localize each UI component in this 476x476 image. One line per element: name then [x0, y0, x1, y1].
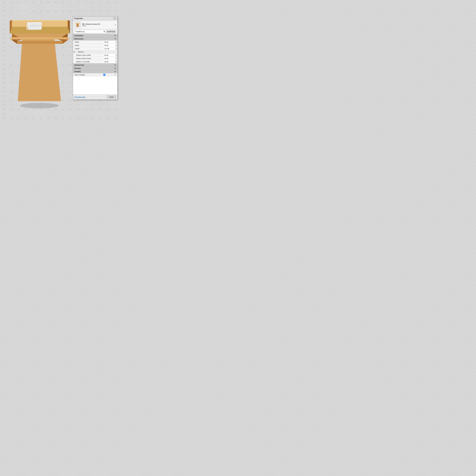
prop-row-platform-top-width: Platform Top Width 20.00 ⋮ — [73, 60, 117, 63]
lectern-area — [3, 12, 76, 110]
prop-label-platform-base-width: Platform Base Width — [73, 54, 103, 56]
svg-marker-4 — [18, 39, 61, 101]
object-info: RD_Church Lectern 03 Wood — [82, 23, 114, 27]
category-row: Furniture (1) ⊞ Edit Type — [73, 29, 117, 34]
book-visibility-checkbox-cell — [102, 74, 114, 76]
edit-type-icon: ⊞ — [107, 31, 108, 33]
prop-btn-height[interactable]: ⋮ — [115, 48, 117, 49]
platform-group-row[interactable]: ▶ Platform — [73, 50, 117, 53]
section-phasing[interactable]: Phasing ≫ — [73, 67, 117, 70]
object-name: RD_Church Lectern 03 — [82, 23, 114, 25]
platform-group-label: Platform — [76, 51, 117, 53]
category-select[interactable]: Furniture (1) — [74, 30, 106, 33]
prop-value-height[interactable]: 122.00 — [103, 47, 115, 50]
edit-type-button[interactable]: ⊞ Edit Type — [106, 30, 116, 33]
book-visibility-checkbox[interactable] — [103, 74, 105, 76]
properties-help-link[interactable]: Properties help — [74, 96, 85, 98]
prop-row-platform-base-depth: Platform Base Depth 40.00 ⋮ — [73, 57, 117, 60]
prop-value-depth[interactable]: 38.00 — [103, 44, 115, 47]
section-identity-data[interactable]: Identity Data ≫ — [73, 63, 117, 67]
prop-value-platform-base-width[interactable]: 40.00 — [103, 54, 115, 56]
prop-btn-platform-base-width[interactable]: ⋮ — [115, 54, 117, 56]
prop-value-platform-top-width[interactable]: 20.00 — [103, 60, 115, 63]
prop-row-width: Width 53.00 ⋮ — [73, 40, 117, 44]
prop-btn-book-visibility[interactable]: ⋮ — [114, 74, 116, 75]
apply-button[interactable]: Apply — [107, 95, 116, 99]
prop-btn-width[interactable]: ⋮ — [115, 41, 117, 43]
book-visibility-label: Book Visibility — [74, 74, 102, 76]
prop-btn-platform-base-depth[interactable]: ⋮ — [115, 58, 117, 59]
prop-btn-platform-top-width[interactable]: ⋮ — [115, 61, 117, 62]
svg-marker-34 — [28, 29, 42, 30]
prop-label-height: Height — [73, 47, 103, 50]
svg-marker-5 — [17, 41, 63, 44]
book-visibility-row: Book Visibility ⋮ — [73, 73, 117, 76]
panel-titlebar: Properties ✕ — [73, 17, 117, 20]
prop-label-depth: Depth — [73, 44, 103, 47]
prop-row-platform-base-width: Platform Base Width 40.00 ⋮ — [73, 53, 117, 57]
section-visibility[interactable]: Visibility ≪ — [73, 70, 117, 73]
close-button[interactable]: ✕ — [114, 17, 116, 20]
section-dimensions[interactable]: Dimensions ≪ — [73, 37, 117, 40]
platform-expand-icon: ▶ — [73, 51, 76, 53]
identity-toggle-icon: ≫ — [114, 64, 116, 66]
svg-marker-16 — [10, 20, 70, 21]
panel-header: RD_Church Lectern 03 Wood ▼ — [73, 20, 117, 29]
svg-marker-11 — [10, 37, 70, 39]
dropdown-arrow-icon[interactable]: ▼ — [115, 24, 116, 26]
prop-row-depth: Depth 38.00 ⋮ — [73, 44, 117, 47]
svg-point-0 — [20, 103, 59, 108]
panel-footer: Properties help Apply — [73, 94, 117, 100]
constraints-toggle-icon: ≫ — [114, 34, 116, 37]
prop-label-width: Width — [73, 41, 103, 43]
svg-marker-8 — [12, 34, 68, 37]
panel-title: Properties — [74, 17, 83, 19]
prop-label-platform-top-width: Platform Top Width — [73, 60, 103, 63]
object-sub: Wood — [82, 25, 114, 27]
svg-marker-35 — [76, 24, 79, 27]
dimensions-toggle-icon: ≪ — [114, 38, 116, 40]
svg-rect-39 — [77, 23, 78, 24]
section-constraints[interactable]: Constraints ≫ — [73, 34, 117, 37]
object-icon — [74, 21, 81, 28]
prop-btn-depth[interactable]: ⋮ — [115, 45, 117, 46]
empty-space — [73, 76, 117, 94]
visibility-toggle-icon: ≪ — [114, 70, 116, 73]
prop-label-platform-base-depth: Platform Base Depth — [73, 57, 103, 60]
properties-panel: Properties ✕ RD_Church Lectern 03 Wood ▼… — [73, 16, 118, 100]
phasing-toggle-icon: ≫ — [114, 67, 116, 69]
prop-value-platform-base-depth[interactable]: 40.00 — [103, 57, 115, 60]
prop-value-width[interactable]: 53.00 — [103, 41, 115, 43]
prop-row-height: Height 122.00 ⋮ — [73, 47, 117, 50]
